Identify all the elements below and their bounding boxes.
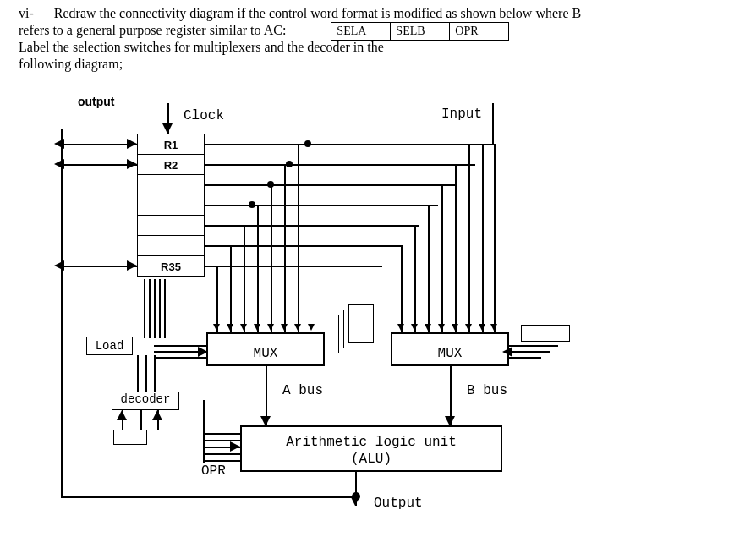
register-r2: R2 — [137, 154, 205, 175]
cw-selb: SELB — [391, 23, 450, 41]
load-line — [154, 279, 156, 338]
fan-line — [205, 144, 494, 145]
muxb-in-arrow-icon — [490, 324, 497, 331]
dec-line — [137, 355, 139, 392]
opr-line — [205, 453, 240, 455]
muxb-in-arrow-icon — [397, 324, 404, 331]
reg-in-arrow-icon — [127, 159, 137, 169]
muxb-in-arrow-icon — [452, 324, 458, 331]
muxb-in-line — [428, 205, 430, 332]
muxa-in-arrow-icon — [213, 324, 220, 331]
decoder: decoder — [112, 392, 179, 410]
opr-v-line — [203, 400, 205, 463]
sela-arrow-icon — [198, 347, 208, 357]
fan-line — [205, 225, 419, 227]
mux-dotted-top — [397, 332, 502, 334]
muxa-in-arrow-icon — [281, 324, 288, 331]
reg-in-arrow-icon — [127, 260, 137, 271]
dec-in-line — [140, 410, 142, 430]
clock-label: Clock — [184, 108, 224, 123]
opr-arrow-icon — [230, 441, 240, 452]
opr-line — [205, 433, 240, 435]
q-line4: following diagram; — [19, 57, 123, 71]
dot-icon — [304, 140, 311, 147]
fan-line — [205, 245, 401, 247]
dec-sel-box — [113, 430, 147, 445]
a-bus-label: A bus — [282, 383, 323, 398]
selb-line — [509, 357, 541, 359]
output-bus-line — [61, 129, 63, 497]
dec-line — [145, 355, 147, 392]
register-blank — [137, 174, 205, 195]
fan-line — [205, 164, 475, 166]
muxa-in-arrow-icon — [254, 324, 260, 331]
muxb-in-line — [482, 144, 484, 332]
register-blank — [137, 195, 205, 216]
selb-box — [521, 325, 570, 342]
q-line1: Redraw the connectivity diagram if the c… — [54, 6, 581, 20]
cw-sela: SELA — [331, 23, 391, 41]
muxa-in-line — [257, 205, 259, 332]
cw-opr: OPR — [450, 23, 509, 41]
selb-line — [509, 345, 558, 347]
mux-dotted-top — [213, 332, 318, 334]
dot-icon — [286, 161, 293, 167]
control-word-table: SELA SELB OPR — [331, 22, 509, 41]
mux-a: MUX — [206, 332, 325, 366]
muxa-in-line — [298, 144, 299, 332]
reg-in-arrow-icon — [127, 139, 137, 149]
dec-line — [154, 355, 156, 392]
muxa-in-arrow-icon — [267, 324, 274, 331]
feedback-line — [61, 496, 357, 498]
muxb-in-line — [414, 225, 416, 332]
output-label-top: output — [78, 95, 115, 108]
alu-line1: Arithmetic logic unit — [286, 435, 457, 450]
b-bus-label: B bus — [467, 383, 507, 398]
reg-out-arrow-icon — [54, 260, 64, 271]
load-box: Load — [86, 337, 133, 355]
dot-icon — [249, 201, 255, 208]
diagram: output Clock Input R1 R2 R35 MUX — [19, 91, 737, 527]
reg-out-arrow-icon — [54, 159, 64, 169]
decoder-label: decoder — [121, 392, 171, 406]
muxb-in-arrow-icon — [425, 324, 431, 331]
selb-arrow-icon — [502, 347, 512, 357]
input-line — [492, 103, 494, 144]
register-r35: R35 — [137, 255, 205, 277]
question-text: vi- Redraw the connectivity diagram if t… — [19, 5, 737, 73]
sela-line — [154, 357, 208, 359]
alu-line2: (ALU) — [351, 452, 392, 467]
muxb-in-line — [455, 164, 457, 332]
muxb-in-arrow-icon — [438, 324, 445, 331]
muxa-in-line — [216, 266, 218, 332]
muxa-in-line — [244, 225, 245, 332]
fan-line — [205, 205, 438, 206]
dot-icon — [352, 492, 360, 501]
load-line — [159, 279, 161, 338]
muxb-in-arrow-icon — [465, 324, 472, 331]
muxb-in-arrow-icon — [479, 324, 485, 331]
dec-in-arrow-icon — [152, 410, 162, 420]
alu: Arithmetic logic unit (ALU) — [240, 425, 502, 472]
register-r1: R1 — [137, 134, 205, 155]
muxa-in-arrow-icon — [227, 324, 233, 331]
reg-out-line — [61, 266, 137, 267]
load-label: Load — [96, 339, 124, 353]
mux-b: MUX — [391, 332, 509, 366]
q-numeral: vi- — [19, 6, 34, 20]
muxb-in-line — [401, 245, 403, 332]
mux-b-label: MUX — [438, 346, 463, 361]
register-bank: R1 R2 R35 — [137, 134, 205, 276]
muxb-in-line — [468, 144, 470, 332]
register-blank — [137, 235, 205, 256]
load-line — [164, 279, 166, 338]
muxb-in-line — [441, 184, 443, 332]
fan-line — [205, 184, 457, 186]
q-line3: Label the selection switches for multipl… — [19, 40, 384, 54]
q-line2: refers to a general purpose register sim… — [19, 23, 286, 37]
stack-sheet-icon — [348, 304, 374, 343]
muxb-in-line — [494, 144, 496, 332]
register-blank — [137, 215, 205, 236]
clock-arrow-icon — [162, 123, 173, 134]
selb-line — [509, 351, 550, 353]
